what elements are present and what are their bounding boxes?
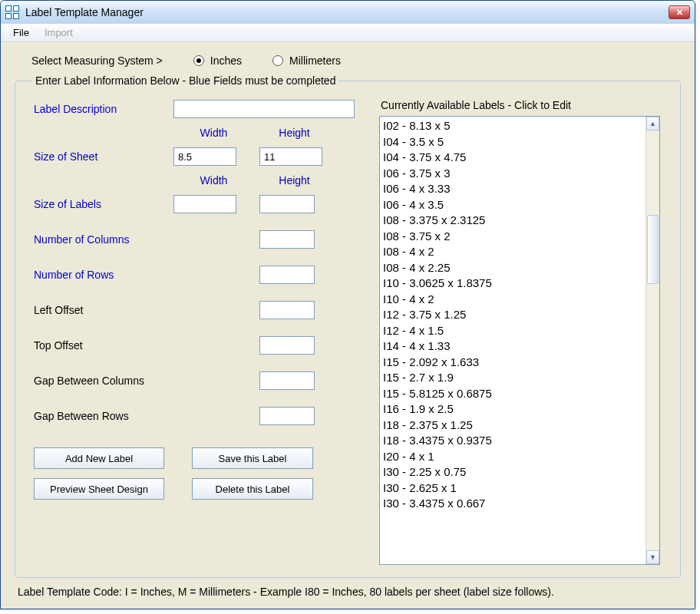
list-item[interactable]: I15 - 5.8125 x 0.6875 (383, 386, 642, 402)
scrollbar-vertical[interactable]: ▲ ▼ (646, 117, 659, 564)
list-item[interactable]: I12 - 3.75 x 1.25 (383, 307, 642, 323)
list-item[interactable]: I18 - 3.4375 x 0.9375 (383, 433, 642, 449)
list-item[interactable]: I10 - 4 x 2 (383, 292, 642, 308)
list-item[interactable]: I16 - 1.9 x 2.5 (383, 401, 642, 418)
app-icon (5, 5, 19, 19)
top-offset-input[interactable] (259, 336, 315, 355)
list-item[interactable]: I30 - 3.4375 x 0.667 (383, 496, 642, 512)
list-item[interactable]: I08 - 3.75 x 2 (383, 229, 642, 245)
sheet-width-input[interactable] (173, 147, 236, 166)
menubar: File Import (1, 24, 695, 42)
add-new-label-button[interactable]: Add New Label (34, 447, 164, 469)
menu-import: Import (37, 25, 81, 40)
size-of-sheet-label: Size of Sheet (34, 150, 173, 163)
list-item[interactable]: I08 - 3.375 x 2.3125 (383, 213, 642, 229)
left-offset-label: Left Offset (34, 304, 173, 316)
list-item[interactable]: I10 - 3.0625 x 1.8375 (383, 276, 642, 292)
close-icon: ✕ (676, 8, 683, 18)
list-item[interactable]: I15 - 2.092 x 1.633 (383, 355, 642, 371)
label-info-group: Enter Label Information Below - Blue Fie… (15, 74, 681, 578)
list-item[interactable]: I02 - 8.13 x 5 (383, 118, 642, 134)
left-offset-input[interactable] (259, 301, 315, 319)
list-item[interactable]: I15 - 2.7 x 1.9 (383, 370, 642, 386)
list-item[interactable]: I06 - 4 x 3.33 (383, 181, 642, 197)
gap-rows-label: Gap Between Rows (34, 410, 173, 422)
preview-sheet-design-button[interactable]: Preview Sheet Design (34, 478, 164, 500)
scroll-down-icon[interactable]: ▼ (646, 550, 659, 564)
radio-icon (193, 55, 204, 66)
measuring-system-row: Select Measuring System > Inches Millime… (15, 50, 681, 74)
delete-this-label-button[interactable]: Delete this Label (192, 478, 313, 500)
scroll-track[interactable] (646, 130, 659, 550)
list-item[interactable]: I12 - 4 x 1.5 (383, 323, 642, 339)
size-of-labels-label: Size of Labels (34, 198, 173, 210)
radio-millimeters[interactable]: Millimeters (272, 54, 341, 67)
label-template-manager-window: Label Template Manager ✕ File Import Sel… (0, 0, 695, 609)
label-height-input[interactable] (259, 195, 315, 213)
num-rows-label: Number of Rows (34, 269, 173, 281)
list-item[interactable]: I06 - 3.75 x 3 (383, 166, 642, 182)
num-columns-input[interactable] (259, 230, 315, 249)
radio-icon (272, 55, 283, 66)
list-item[interactable]: I08 - 4 x 2.25 (383, 260, 642, 276)
available-labels-panel: Currently Available Labels - Click to Ed… (379, 99, 668, 565)
close-button[interactable]: ✕ (669, 5, 690, 19)
scroll-thumb[interactable] (647, 215, 659, 284)
group-legend: Enter Label Information Below - Blue Fie… (32, 74, 338, 87)
top-offset-label: Top Offset (34, 339, 173, 352)
measuring-system-label: Select Measuring System > (31, 54, 163, 67)
sheet-width-header: Width (173, 127, 254, 139)
form-left-column: Label Description Width Height Size of S… (28, 99, 365, 565)
scroll-up-icon[interactable]: ▲ (646, 117, 659, 130)
menu-file[interactable]: File (5, 25, 37, 40)
window-title: Label Template Manager (25, 6, 669, 18)
gap-cols-label: Gap Between Columns (34, 375, 173, 387)
label-description-label: Label Description (34, 103, 173, 115)
available-labels-title: Currently Available Labels - Click to Ed… (379, 99, 660, 111)
list-item[interactable]: I04 - 3.5 x 5 (383, 134, 642, 150)
list-item[interactable]: I30 - 2.25 x 0.75 (383, 464, 642, 480)
label-description-input[interactable] (173, 100, 355, 118)
footer-help-text: Label Template Code: I = Inches, M = Mil… (15, 578, 681, 602)
sheet-height-input[interactable] (259, 147, 322, 166)
list-item[interactable]: I08 - 4 x 2 (383, 244, 642, 260)
list-item[interactable]: I20 - 4 x 1 (383, 449, 642, 465)
titlebar: Label Template Manager ✕ (1, 1, 695, 24)
client-area: Select Measuring System > Inches Millime… (1, 42, 695, 609)
gap-cols-input[interactable] (259, 371, 315, 390)
radio-mm-label: Millimeters (289, 54, 341, 67)
list-item[interactable]: I30 - 2.625 x 1 (383, 480, 642, 497)
radio-inches-label: Inches (210, 54, 242, 67)
list-item[interactable]: I06 - 4 x 3.5 (383, 197, 642, 213)
label-width-input[interactable] (173, 195, 236, 213)
list-item[interactable]: I18 - 2.375 x 1.25 (383, 418, 642, 434)
available-labels-listbox[interactable]: I02 - 8.13 x 5I04 - 3.5 x 5I04 - 3.75 x … (379, 116, 660, 565)
num-rows-input[interactable] (259, 266, 315, 284)
radio-inches[interactable]: Inches (193, 54, 242, 67)
gap-rows-input[interactable] (259, 407, 315, 425)
label-width-header: Width (173, 174, 254, 187)
sheet-height-header: Height (254, 127, 335, 139)
save-this-label-button[interactable]: Save this Label (192, 447, 313, 469)
list-item[interactable]: I14 - 4 x 1.33 (383, 338, 642, 355)
num-columns-label: Number of Columns (34, 233, 173, 246)
label-height-header: Height (254, 174, 335, 187)
list-item[interactable]: I04 - 3.75 x 4.75 (383, 150, 642, 166)
